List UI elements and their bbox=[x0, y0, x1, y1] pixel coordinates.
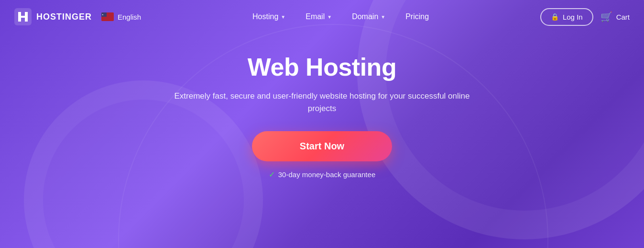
navbar: HOSTINGER English Hosting ▼ Email ▼ Doma… bbox=[0, 0, 644, 34]
nav-hosting-label: Hosting bbox=[252, 12, 278, 21]
cart-label: Cart bbox=[616, 13, 630, 21]
chevron-down-icon: ▼ bbox=[381, 14, 385, 20]
nav-item-pricing[interactable]: Pricing bbox=[398, 9, 437, 25]
navbar-right: 🔒 Log In 🛒 Cart bbox=[540, 8, 630, 26]
nav-item-hosting[interactable]: Hosting ▼ bbox=[245, 9, 293, 25]
nav-pricing-label: Pricing bbox=[405, 12, 429, 21]
hero-section: Web Hosting Extremely fast, secure and u… bbox=[0, 34, 644, 179]
chevron-down-icon: ▼ bbox=[281, 14, 285, 20]
logo[interactable]: HOSTINGER bbox=[14, 8, 92, 25]
nav-item-domain[interactable]: Domain ▼ bbox=[344, 9, 393, 25]
navbar-left: HOSTINGER English bbox=[14, 8, 141, 25]
checkmark-icon: ✓ bbox=[269, 170, 275, 179]
login-label: Log In bbox=[563, 13, 583, 21]
flag-icon bbox=[101, 12, 114, 21]
guarantee-text: 30-day money-back guarantee bbox=[278, 170, 375, 179]
chevron-down-icon: ▼ bbox=[327, 14, 332, 20]
hero-title: Web Hosting bbox=[248, 53, 396, 81]
guarantee-row: ✓ 30-day money-back guarantee bbox=[269, 170, 375, 179]
logo-icon bbox=[14, 8, 32, 25]
login-button[interactable]: 🔒 Log In bbox=[540, 8, 593, 26]
cart-button[interactable]: 🛒 Cart bbox=[600, 11, 630, 23]
start-now-button[interactable]: Start Now bbox=[252, 131, 392, 161]
nav-email-label: Email bbox=[306, 12, 325, 21]
cart-icon: 🛒 bbox=[600, 11, 612, 23]
navbar-center: Hosting ▼ Email ▼ Domain ▼ Pricing bbox=[245, 9, 437, 25]
logo-text: HOSTINGER bbox=[36, 12, 92, 22]
nav-item-email[interactable]: Email ▼ bbox=[298, 9, 339, 25]
hero-subtitle: Extremely fast, secure and user-friendly… bbox=[160, 90, 485, 114]
language-selector[interactable]: English bbox=[101, 12, 141, 21]
language-label: English bbox=[118, 13, 141, 21]
page-wrapper: HOSTINGER English Hosting ▼ Email ▼ Doma… bbox=[0, 0, 644, 248]
nav-domain-label: Domain bbox=[352, 12, 378, 21]
lock-icon: 🔒 bbox=[551, 13, 559, 21]
